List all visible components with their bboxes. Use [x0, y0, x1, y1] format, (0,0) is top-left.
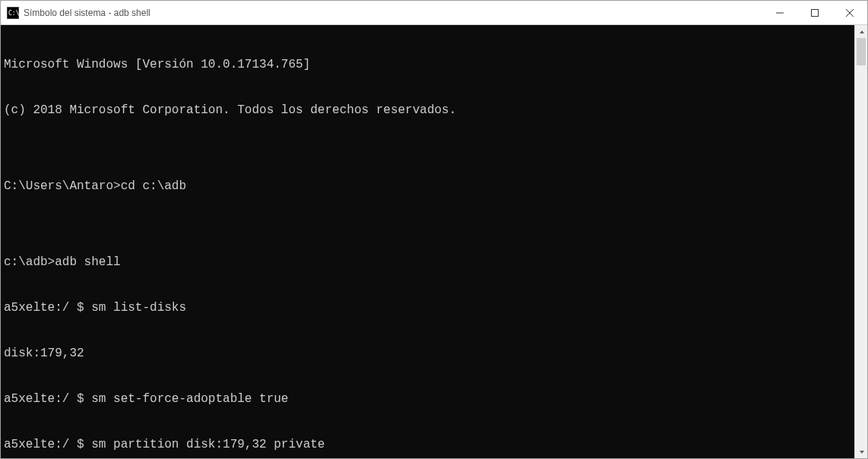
terminal-line: disk:179,32	[4, 346, 851, 361]
terminal-wrapper: Microsoft Windows [Versión 10.0.17134.76…	[1, 25, 867, 458]
command-prompt-window: C:\ Símbolo del sistema - adb shell Micr…	[0, 0, 868, 459]
scrollbar-track[interactable]	[855, 38, 867, 445]
minimize-button[interactable]	[762, 1, 797, 24]
maximize-button[interactable]	[797, 1, 832, 24]
scroll-up-button[interactable]	[855, 25, 867, 38]
terminal-line: C:\Users\Antaro>cd c:\adb	[4, 179, 851, 194]
vertical-scrollbar[interactable]	[854, 25, 867, 458]
scroll-down-button[interactable]	[855, 445, 867, 458]
terminal-output[interactable]: Microsoft Windows [Versión 10.0.17134.76…	[1, 25, 854, 458]
svg-marker-7	[860, 451, 864, 454]
svg-marker-6	[860, 30, 864, 33]
titlebar[interactable]: C:\ Símbolo del sistema - adb shell	[1, 1, 867, 25]
close-button[interactable]	[832, 1, 867, 24]
terminal-line: (c) 2018 Microsoft Corporation. Todos lo…	[4, 103, 851, 118]
svg-rect-3	[812, 9, 819, 16]
terminal-line: a5xelte:/ $ sm set-force-adoptable true	[4, 391, 851, 407]
terminal-line: a5xelte:/ $ sm partition disk:179,32 pri…	[4, 437, 851, 452]
terminal-line: a5xelte:/ $ sm list-disks	[4, 300, 851, 315]
terminal-line: Microsoft Windows [Versión 10.0.17134.76…	[4, 57, 851, 72]
window-title: Símbolo del sistema - adb shell	[24, 8, 762, 18]
window-controls	[762, 1, 867, 24]
terminal-line: c:\adb>adb shell	[4, 255, 851, 270]
scrollbar-thumb[interactable]	[857, 38, 866, 65]
svg-text:C:\: C:\	[8, 10, 19, 17]
cmd-icon: C:\	[7, 7, 19, 19]
